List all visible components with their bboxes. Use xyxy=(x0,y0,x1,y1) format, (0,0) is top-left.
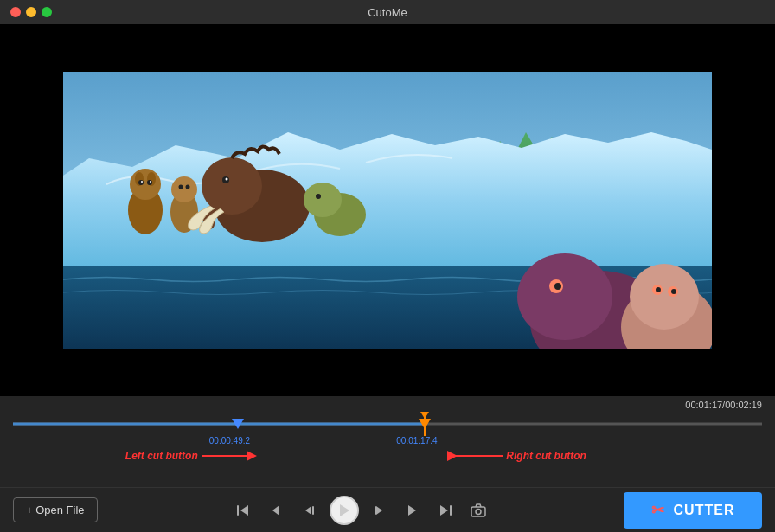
svg-marker-45 xyxy=(440,505,448,516)
svg-marker-40 xyxy=(340,504,349,516)
video-scene xyxy=(63,72,712,349)
skip-to-end-button[interactable] xyxy=(433,498,458,522)
svg-point-22 xyxy=(316,194,321,199)
minimize-button[interactable] xyxy=(26,7,36,17)
close-button[interactable] xyxy=(10,7,21,17)
svg-marker-38 xyxy=(305,506,311,515)
svg-rect-39 xyxy=(312,506,314,515)
svg-marker-43 xyxy=(408,505,416,516)
svg-point-15 xyxy=(186,185,190,189)
right-cut-annotation: Right cut button xyxy=(442,447,586,465)
right-timecode: 00:01:17.4 xyxy=(396,436,437,445)
app-title: CutoMe xyxy=(368,6,407,19)
maximize-button[interactable] xyxy=(42,7,52,17)
open-file-button[interactable]: + Open File xyxy=(13,497,98,522)
window-controls[interactable] xyxy=(10,7,52,17)
svg-point-8 xyxy=(138,180,144,185)
timeline-track xyxy=(13,423,762,426)
right-cut-label: Right cut button xyxy=(506,450,586,462)
svg-marker-36 xyxy=(240,505,248,516)
timeline-container[interactable] xyxy=(13,412,762,436)
svg-point-10 xyxy=(141,181,143,183)
svg-point-32 xyxy=(671,289,676,294)
playhead xyxy=(424,412,426,436)
frame-fwd-button[interactable] xyxy=(368,498,392,522)
cutter-button[interactable]: ✂ CUTTER xyxy=(624,492,762,529)
svg-point-11 xyxy=(150,181,151,183)
left-marker-triangle xyxy=(232,419,244,429)
left-cut-marker[interactable] xyxy=(232,419,244,429)
svg-point-28 xyxy=(630,264,699,330)
scissors-icon: ✂ xyxy=(651,501,665,520)
bottom-toolbar: + Open File xyxy=(0,487,775,532)
left-timecode: 00:00:49.2 xyxy=(209,436,250,445)
svg-rect-46 xyxy=(471,507,485,516)
step-fwd-button[interactable] xyxy=(400,498,425,522)
title-bar: CutoMe xyxy=(0,0,775,24)
svg-point-26 xyxy=(554,283,561,290)
svg-point-14 xyxy=(179,185,183,189)
svg-point-47 xyxy=(476,509,481,514)
svg-marker-41 xyxy=(376,506,382,515)
play-button[interactable] xyxy=(330,496,359,525)
svg-rect-42 xyxy=(375,506,376,515)
time-display: 00:01:17/00:02:19 xyxy=(0,396,775,412)
svg-point-21 xyxy=(304,183,342,217)
svg-marker-37 xyxy=(272,505,279,516)
svg-point-9 xyxy=(147,180,152,185)
left-cut-label: Left cut button xyxy=(125,450,198,462)
svg-point-24 xyxy=(517,253,612,340)
svg-rect-35 xyxy=(237,505,239,516)
svg-point-30 xyxy=(656,287,661,292)
current-time-label: 00:01:17/00:02:19 xyxy=(685,400,762,410)
playhead-head xyxy=(420,412,429,419)
timeline-progress xyxy=(13,423,425,426)
skip-to-start-button[interactable] xyxy=(231,498,255,522)
frame-back-button[interactable] xyxy=(297,498,321,522)
step-back-button[interactable] xyxy=(264,498,288,522)
screenshot-button[interactable] xyxy=(466,498,490,522)
annotations-row: Left cut button xyxy=(13,452,762,486)
cutter-label: CUTTER xyxy=(674,503,735,518)
right-cut-arrow-icon xyxy=(442,447,503,465)
video-container xyxy=(0,24,775,396)
svg-point-19 xyxy=(226,178,228,181)
svg-point-5 xyxy=(130,169,161,200)
left-cut-arrow-icon xyxy=(202,447,262,465)
left-cut-annotation: Left cut button xyxy=(125,447,262,465)
svg-rect-44 xyxy=(450,505,452,516)
transport-controls xyxy=(105,496,617,525)
svg-point-13 xyxy=(171,176,197,202)
open-file-label: + Open File xyxy=(26,503,85,516)
video-frame[interactable] xyxy=(63,72,712,349)
controls-area: 00:01:17/00:02:19 00:00:49.2 00:01:17.4 … xyxy=(0,396,775,532)
